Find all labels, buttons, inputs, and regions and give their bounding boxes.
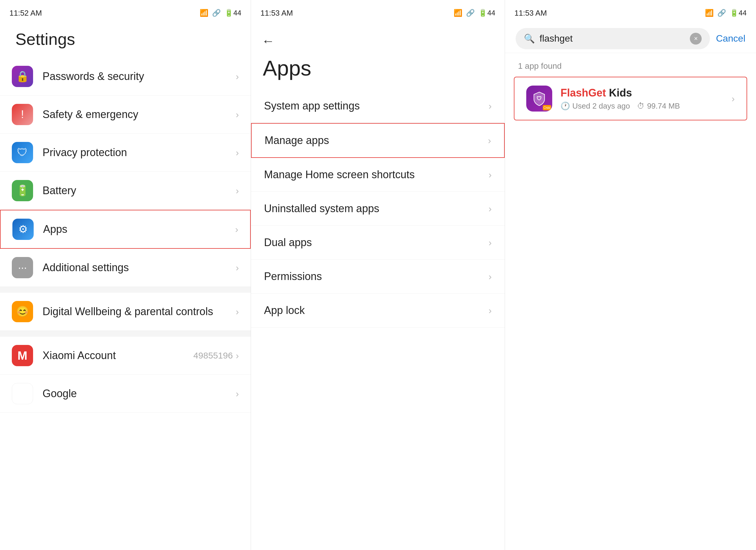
- search-panel: 11:53 AM 📶 🔗 🔋44 🔍 × Cancel 1 app found …: [505, 0, 756, 550]
- apps-title: Apps: [251, 53, 505, 89]
- section-divider: [0, 287, 251, 293]
- chevron-icon: ›: [236, 109, 239, 120]
- settings-title: Settings: [0, 24, 251, 58]
- apps-item-system-app-settings[interactable]: System app settings ›: [251, 89, 505, 123]
- sidebar-item-label: Privacy protection: [43, 146, 236, 160]
- chevron-icon: ›: [236, 185, 239, 196]
- back-button[interactable]: ←: [262, 34, 275, 48]
- sidebar-item-apps[interactable]: ⚙ Apps ›: [0, 210, 251, 249]
- xiaomi-icon: M: [12, 345, 33, 366]
- chevron-icon: ›: [488, 271, 492, 282]
- svg-text:🛡: 🛡: [537, 96, 542, 102]
- sidebar-item-google[interactable]: 🅖 Google ›: [0, 375, 251, 413]
- chevron-icon: ›: [488, 203, 492, 214]
- passwords-icon: 🔒: [12, 66, 33, 87]
- settings-panel: 11:52 AM 📶 🔗 🔋44 Settings 🔒 Passwords & …: [0, 0, 251, 550]
- app-info: FlashGet Kids 🕐 Used 2 days ago ⏱ 99.74 …: [561, 87, 731, 111]
- sidebar-item-xiaomi[interactable]: M Xiaomi Account 49855196 ›: [0, 337, 251, 375]
- app-name-highlight: FlashGet: [561, 87, 606, 99]
- wifi-icon: 🔗: [717, 9, 726, 17]
- battery-icon: 🔋44: [224, 9, 241, 17]
- apps-item-uninstalled[interactable]: Uninstalled system apps ›: [251, 192, 505, 226]
- sidebar-item-battery[interactable]: 🔋 Battery ›: [0, 172, 251, 210]
- wifi-icon: 🔗: [212, 9, 221, 17]
- sidebar-item-safety[interactable]: ! Safety & emergency ›: [0, 96, 251, 134]
- chevron-icon: ›: [236, 350, 239, 361]
- settings-list: 🔒 Passwords & security › ! Safety & emer…: [0, 58, 251, 550]
- chevron-icon: ›: [488, 305, 492, 316]
- app-size-label: 99.74 MB: [647, 102, 680, 111]
- sidebar-item-label: Battery: [43, 184, 236, 198]
- wellbeing-icon: 😊: [12, 301, 33, 322]
- apps-panel-header: ←: [251, 24, 505, 53]
- apps-item-dual-apps[interactable]: Dual apps ›: [251, 226, 505, 260]
- apps-item-label: Manage Home screen shortcuts: [264, 169, 488, 181]
- sidebar-item-label: Additional settings: [43, 261, 236, 275]
- safety-icon: !: [12, 104, 33, 125]
- apps-panel: 11:53 AM 📶 🔗 🔋44 ← Apps System app setti…: [251, 0, 505, 550]
- chevron-icon: ›: [236, 71, 239, 82]
- signal-icon: 📶: [705, 9, 714, 17]
- sidebar-item-wellbeing[interactable]: 😊 Digital Wellbeing & parental controls …: [0, 293, 251, 331]
- battery-icon-wrap: 🔋: [12, 180, 33, 201]
- status-bar-2: 11:53 AM 📶 🔗 🔋44: [251, 0, 505, 24]
- apps-item-label: App lock: [264, 304, 488, 316]
- apps-item-permissions[interactable]: Permissions ›: [251, 260, 505, 293]
- app-used-time: 🕐 Used 2 days ago: [561, 102, 630, 111]
- apps-item-manage-apps[interactable]: Manage apps ›: [251, 123, 505, 158]
- chevron-icon: ›: [488, 169, 492, 180]
- apps-item-label: Dual apps: [264, 236, 488, 249]
- sidebar-item-label: Xiaomi Account: [43, 349, 193, 363]
- chevron-icon: ›: [236, 306, 239, 317]
- sidebar-item-label: Digital Wellbeing & parental controls: [43, 305, 236, 319]
- additional-icon: ···: [12, 257, 33, 278]
- wifi-icon: 🔗: [466, 9, 475, 17]
- xiaomi-account-value: 49855196: [193, 350, 233, 360]
- status-icons-1: 📶 🔗 🔋44: [200, 9, 241, 17]
- google-icon: 🅖: [12, 383, 33, 404]
- privacy-icon: 🛡: [12, 142, 33, 163]
- chevron-icon: ›: [236, 147, 239, 158]
- app-used-label: Used 2 days ago: [572, 102, 630, 111]
- status-bar-1: 11:52 AM 📶 🔗 🔋44: [0, 0, 251, 24]
- search-icon: 🔍: [524, 33, 535, 44]
- status-time-1: 11:52 AM: [9, 9, 42, 18]
- search-header: 🔍 × Cancel: [505, 24, 756, 53]
- battery-icon: 🔋44: [478, 9, 495, 17]
- app-name-suffix: Kids: [606, 87, 632, 99]
- sidebar-item-additional[interactable]: ··· Additional settings ›: [0, 249, 251, 287]
- app-icon: 🛡 Child: [526, 86, 552, 112]
- signal-icon: 📶: [454, 9, 462, 17]
- search-clear-button[interactable]: ×: [690, 33, 702, 45]
- apps-icon: ⚙: [12, 219, 34, 240]
- apps-item-label: Permissions: [264, 270, 488, 283]
- app-icon-badge: Child: [543, 105, 551, 110]
- chevron-icon: ›: [488, 135, 491, 146]
- sidebar-item-passwords[interactable]: 🔒 Passwords & security ›: [0, 58, 251, 96]
- chevron-icon: ›: [235, 224, 238, 235]
- cancel-button[interactable]: Cancel: [716, 33, 745, 44]
- app-name: FlashGet Kids: [561, 87, 731, 99]
- search-result-card[interactable]: 🛡 Child FlashGet Kids 🕐 Used 2 days ago …: [514, 77, 747, 120]
- apps-list: System app settings › Manage apps › Mana…: [251, 89, 505, 550]
- app-meta: 🕐 Used 2 days ago ⏱ 99.74 MB: [561, 102, 731, 111]
- search-input[interactable]: [540, 33, 685, 44]
- apps-item-label: Uninstalled system apps: [264, 203, 488, 215]
- chevron-icon: ›: [236, 262, 239, 273]
- sidebar-item-privacy[interactable]: 🛡 Privacy protection ›: [0, 134, 251, 172]
- status-time-3: 11:53 AM: [514, 9, 547, 18]
- signal-icon: 📶: [200, 9, 208, 17]
- sidebar-item-label: Google: [43, 387, 236, 401]
- storage-icon: ⏱: [637, 102, 645, 111]
- chevron-icon: ›: [488, 237, 492, 248]
- chevron-icon: ›: [236, 388, 239, 399]
- apps-item-home-screen[interactable]: Manage Home screen shortcuts ›: [251, 158, 505, 192]
- section-divider: [0, 331, 251, 337]
- apps-item-label: System app settings: [264, 100, 488, 112]
- apps-item-app-lock[interactable]: App lock ›: [251, 293, 505, 327]
- search-bar-container: 🔍 ×: [516, 28, 710, 49]
- sidebar-item-label: Safety & emergency: [43, 108, 236, 122]
- result-chevron-icon: ›: [731, 93, 735, 104]
- status-time-2: 11:53 AM: [260, 9, 293, 18]
- sidebar-item-label: Apps: [43, 223, 235, 236]
